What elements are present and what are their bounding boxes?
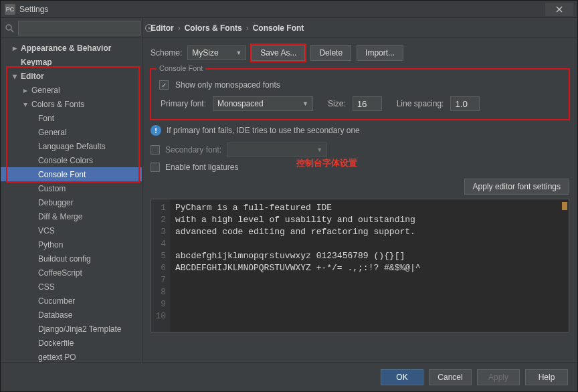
sidebar-item-keymap[interactable]: Keymap bbox=[1, 55, 142, 69]
preview-line: abcdefghijklmnopqrstuvwxyz 0123456789 ()… bbox=[175, 251, 405, 261]
preview-line: advanced code editing and refactoring su… bbox=[175, 227, 415, 237]
scheme-select[interactable]: MySize ▼ bbox=[187, 45, 246, 60]
button-label: Save As... bbox=[260, 48, 296, 58]
show-monospaced-checkbox[interactable]: ✓ bbox=[159, 80, 169, 90]
sidebar-item-django[interactable]: Django/Jinja2 Template bbox=[1, 322, 142, 336]
sidebar-item-label: Editor bbox=[21, 72, 44, 81]
chevron-right-icon: › bbox=[178, 23, 181, 33]
preview-line: PyCharm is a full-featured IDE bbox=[175, 203, 332, 213]
button-label: Import... bbox=[365, 48, 395, 58]
sidebar-item-label: Appearance & Behavior bbox=[21, 43, 111, 53]
window-close-button[interactable] bbox=[545, 3, 573, 16]
button-label: Apply editor font settings bbox=[473, 182, 561, 191]
delete-button[interactable]: Delete bbox=[310, 45, 351, 61]
svg-line-3 bbox=[11, 29, 13, 32]
line-number: 10 bbox=[151, 310, 166, 322]
sidebar-item-colors-fonts[interactable]: ▾Colors & Fonts bbox=[1, 97, 142, 111]
preview-line: with a high level of usability and outst… bbox=[175, 215, 415, 225]
size-input[interactable] bbox=[353, 96, 382, 111]
sidebar-item-label: Colors & Fonts bbox=[31, 100, 84, 109]
search-input[interactable] bbox=[18, 21, 140, 35]
chevron-right-icon: › bbox=[246, 23, 249, 33]
sidebar-item-vcs[interactable]: VCS bbox=[1, 223, 142, 237]
sidebar-item-label: Python bbox=[38, 240, 63, 250]
chevron-down-icon: ▼ bbox=[235, 50, 242, 56]
info-icon: ! bbox=[151, 125, 161, 136]
apply-editor-font-button[interactable]: Apply editor font settings bbox=[464, 179, 569, 195]
ligatures-checkbox[interactable] bbox=[151, 163, 160, 172]
line-number: 4 bbox=[151, 238, 166, 250]
ok-button[interactable]: OK bbox=[381, 369, 423, 385]
ligatures-row: Enable font ligatures bbox=[142, 161, 577, 176]
sidebar-item-diff-merge[interactable]: Diff & Merge bbox=[1, 209, 142, 223]
chevron-right-icon: ▸ bbox=[23, 86, 30, 95]
chevron-down-icon: ▾ bbox=[13, 72, 19, 81]
sidebar-item-debugger[interactable]: Debugger bbox=[1, 195, 142, 209]
breadcrumb-colors-fonts[interactable]: Colors & Fonts bbox=[185, 23, 242, 33]
sidebar-item-console-font[interactable]: Console Font bbox=[1, 167, 142, 181]
sidebar-item-font[interactable]: Font bbox=[1, 111, 142, 125]
button-label: Cancel bbox=[438, 373, 462, 382]
help-button[interactable]: Help bbox=[525, 369, 568, 385]
sidebar-item-css[interactable]: CSS bbox=[1, 280, 142, 294]
sidebar-item-label: VCS bbox=[38, 226, 55, 235]
sidebar-item-console-colors[interactable]: Console Colors bbox=[1, 153, 142, 167]
secondary-font-checkbox[interactable] bbox=[151, 145, 160, 155]
sidebar-item-python[interactable]: Python bbox=[1, 237, 142, 252]
preview-line: ABCDEFGHIJKLMNOPQRSTUVWXYZ +-*/= .,;:!? … bbox=[175, 263, 421, 273]
sidebar-item-label: Cucumber bbox=[38, 296, 75, 306]
sidebar-item-language-defaults[interactable]: Language Defaults bbox=[1, 139, 142, 153]
chevron-right-icon: ▸ bbox=[13, 43, 19, 53]
info-text: If primary font fails, IDE tries to use … bbox=[167, 126, 360, 135]
group-title: Console Font bbox=[157, 64, 205, 72]
sidebar-item-label: CoffeeScript bbox=[38, 268, 82, 278]
sidebar-item-custom[interactable]: Custom bbox=[1, 181, 142, 195]
sidebar-item-label: Database bbox=[38, 310, 72, 320]
sidebar-item-database[interactable]: Database bbox=[1, 308, 142, 322]
titlebar: PC Settings bbox=[1, 1, 577, 18]
primary-font-select[interactable]: Monospaced ▼ bbox=[213, 96, 313, 111]
line-number: 8 bbox=[151, 286, 166, 298]
annotation-text: 控制台字体设置 bbox=[296, 157, 357, 169]
close-icon bbox=[556, 6, 563, 13]
breadcrumb-editor[interactable]: Editor bbox=[151, 23, 174, 33]
chevron-down-icon: ▼ bbox=[302, 100, 308, 107]
line-spacing-label: Line spacing: bbox=[397, 99, 444, 108]
sidebar-item-editor[interactable]: ▾Editor bbox=[1, 69, 142, 83]
sidebar-item-gettext[interactable]: gettext PO bbox=[1, 350, 142, 362]
sidebar-item-label: Django/Jinja2 Template bbox=[38, 324, 122, 334]
breadcrumb-console-font: Console Font bbox=[253, 23, 304, 33]
line-number: 2 bbox=[151, 214, 166, 226]
import-button[interactable]: Import... bbox=[357, 45, 403, 61]
sidebar-item-cucumber[interactable]: Cucumber bbox=[1, 294, 142, 308]
preview-gutter: 1 2 3 4 5 6 7 8 9 10 bbox=[151, 199, 170, 332]
sidebar-item-general[interactable]: ▸General bbox=[1, 83, 142, 97]
console-font-group: Console Font ✓ Show only monospaced font… bbox=[151, 69, 569, 120]
line-number: 6 bbox=[151, 262, 166, 274]
settings-window: PC Settings ▸Appearance & Behavior Keyma… bbox=[0, 0, 578, 392]
sidebar-item-coffeescript[interactable]: CoffeeScript bbox=[1, 266, 142, 280]
breadcrumb: Editor › Colors & Fonts › Console Font bbox=[142, 18, 577, 38]
line-number: 7 bbox=[151, 274, 166, 286]
font-preview: 1 2 3 4 5 6 7 8 9 10 PyCharm is a full-f… bbox=[151, 199, 569, 332]
error-stripe-marker[interactable] bbox=[562, 202, 567, 210]
preview-code[interactable]: PyCharm is a full-featured IDE with a hi… bbox=[170, 199, 569, 332]
show-monospaced-label: Show only monospaced fonts bbox=[175, 80, 280, 90]
sidebar-item-label: General bbox=[31, 86, 60, 95]
save-as-button[interactable]: Save As... bbox=[252, 45, 305, 61]
scheme-row: Scheme: MySize ▼ Save As... Delete Impor… bbox=[142, 38, 577, 69]
line-number: 5 bbox=[151, 250, 166, 262]
cancel-button[interactable]: Cancel bbox=[429, 369, 472, 385]
secondary-font-select[interactable]: ▼ bbox=[227, 142, 327, 157]
sidebar-item-buildout[interactable]: Buildout config bbox=[1, 252, 142, 266]
sidebar-item-general2[interactable]: General bbox=[1, 125, 142, 139]
apply-button[interactable]: Apply bbox=[477, 369, 520, 385]
window-title: Settings bbox=[19, 5, 543, 14]
settings-tree[interactable]: ▸Appearance & Behavior Keymap ▾Editor ▸G… bbox=[1, 38, 142, 362]
primary-font-label: Primary font: bbox=[159, 99, 206, 108]
app-icon: PC bbox=[5, 4, 15, 15]
sidebar-item-appearance[interactable]: ▸Appearance & Behavior bbox=[1, 41, 142, 55]
dialog-footer: OK Cancel Apply Help bbox=[1, 362, 577, 391]
sidebar-item-dockerfile[interactable]: Dockerfile bbox=[1, 336, 142, 350]
line-spacing-input[interactable] bbox=[450, 96, 480, 111]
